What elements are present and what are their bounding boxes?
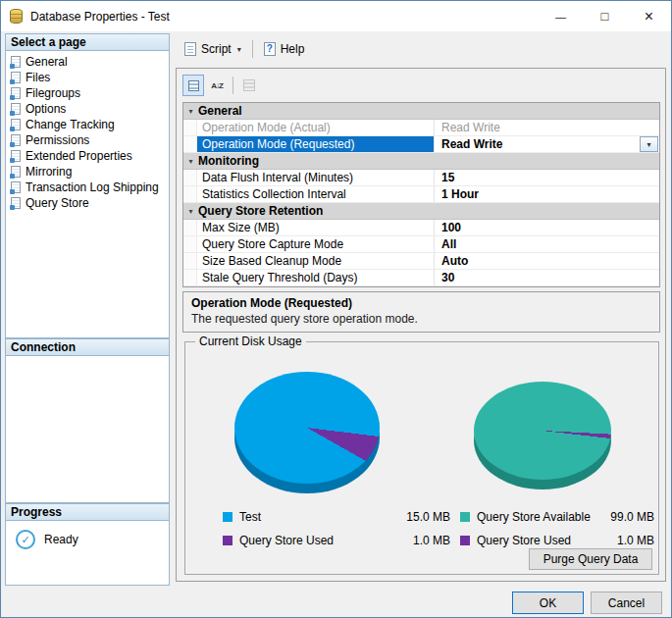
property-value[interactable]: 30: [435, 270, 659, 285]
property-value[interactable]: 1 Hour: [435, 186, 659, 202]
property-pages-button: [238, 75, 260, 96]
cancel-button[interactable]: Cancel: [591, 592, 662, 614]
progress-header: Progress: [6, 504, 169, 521]
script-dropdown-icon[interactable]: ▾: [236, 45, 241, 54]
property-value[interactable]: All: [435, 236, 659, 252]
legend-value: 15.0 MB: [406, 510, 450, 524]
collapse-icon[interactable]: ▾: [183, 157, 198, 166]
sidebar-item-mirroring[interactable]: Mirroring: [8, 164, 167, 180]
sidebar-item-query-store[interactable]: Query Store: [8, 195, 167, 211]
category-row-general[interactable]: ▾ General: [183, 103, 659, 120]
sidebar-item-label: Permissions: [26, 133, 89, 147]
ready-icon: ✓: [16, 530, 35, 549]
property-label[interactable]: Query Store Capture Mode: [197, 236, 435, 252]
page-icon: [11, 134, 21, 146]
collapse-icon[interactable]: ▾: [183, 107, 198, 116]
category-label: Query Store Retention: [198, 204, 323, 218]
row-gutter: [183, 220, 197, 235]
property-value[interactable]: 15: [435, 170, 659, 185]
minimize-button[interactable]: —: [539, 1, 583, 31]
property-value-editor[interactable]: Read Write ▾: [435, 136, 659, 152]
script-icon: [184, 42, 196, 56]
page-icon: [11, 119, 21, 130]
page-icon: [11, 87, 21, 99]
category-row-query-store-retention[interactable]: ▾ Query Store Retention: [183, 203, 659, 220]
sidebar-item-change-tracking[interactable]: Change Tracking: [8, 117, 167, 132]
sidebar-item-filegroups[interactable]: Filegroups: [8, 85, 167, 101]
sidebar-item-options[interactable]: Options: [8, 101, 167, 117]
row-gutter: [183, 120, 197, 135]
script-label: Script: [201, 42, 232, 56]
property-label: Operation Mode (Actual): [197, 120, 435, 135]
property-row-max-size[interactable]: Max Size (MB) 100: [183, 220, 659, 236]
page-icon: [11, 56, 21, 68]
toolbar-separator: [233, 77, 233, 94]
sidebar-item-label: Extended Properties: [26, 149, 132, 163]
property-label[interactable]: Max Size (MB): [197, 220, 435, 235]
description-text: The requested query store operation mode…: [191, 312, 651, 326]
legend-label: Query Store Available: [477, 510, 610, 524]
toolbar-separator: [252, 40, 253, 58]
property-row-operation-mode-requested[interactable]: Operation Mode (Requested) Read Write ▾: [183, 136, 659, 153]
property-label[interactable]: Size Based Cleanup Mode: [197, 253, 435, 269]
ok-button[interactable]: OK: [512, 592, 584, 614]
purge-query-data-button[interactable]: Purge Query Data: [529, 548, 652, 570]
property-value[interactable]: 100: [435, 220, 659, 235]
page-icon: [11, 72, 21, 83]
row-gutter: [183, 186, 197, 202]
property-value[interactable]: Auto: [435, 253, 659, 269]
window-title: Database Properties - Test: [30, 10, 170, 24]
property-label[interactable]: Operation Mode (Requested): [197, 136, 435, 152]
alphabetical-sort-button[interactable]: A↓Z: [206, 75, 228, 96]
database-properties-dialog: Database Properties - Test — □ × Select …: [0, 0, 672, 618]
help-button[interactable]: ? Help: [257, 37, 312, 61]
description-title: Operation Mode (Requested): [191, 296, 651, 310]
sidebar-item-permissions[interactable]: Permissions: [8, 132, 167, 148]
legend-item: Query Store Used 1.0 MB: [223, 533, 450, 548]
sidebar-item-label: Filegroups: [26, 86, 80, 100]
property-row-stale-query-threshold[interactable]: Stale Query Threshold (Days) 30: [183, 270, 659, 286]
sidebar-item-files[interactable]: Files: [8, 70, 167, 85]
dialog-toolbar: Script ▾ ? Help: [178, 36, 666, 62]
legend-item: Query Store Available 99.0 MB: [460, 509, 654, 525]
close-button[interactable]: ×: [627, 1, 671, 31]
group-title: Current Disk Usage: [195, 335, 306, 348]
sidebar-item-extended-properties[interactable]: Extended Properties: [8, 148, 167, 164]
sidebar-item-label: General: [26, 55, 68, 69]
property-label[interactable]: Stale Query Threshold (Days): [197, 270, 435, 285]
legend-label: Query Store Used: [239, 534, 413, 547]
help-label: Help: [281, 42, 305, 56]
database-usage-pie-chart: [234, 372, 380, 493]
script-button[interactable]: Script ▾: [178, 37, 248, 61]
property-row-size-based-cleanup-mode[interactable]: Size Based Cleanup Mode Auto: [183, 253, 659, 270]
combobox-dropdown-icon[interactable]: ▾: [640, 136, 658, 152]
titlebar[interactable]: Database Properties - Test — □ ×: [1, 1, 671, 31]
page-icon: [11, 181, 21, 193]
progress-status: Ready: [44, 533, 78, 546]
select-a-page-header: Select a page: [6, 34, 169, 51]
property-row-statistics-collection-interval[interactable]: Statistics Collection Interval 1 Hour: [183, 186, 659, 203]
property-row-query-store-capture-mode[interactable]: Query Store Capture Mode All: [183, 236, 659, 253]
sidebar-item-label: Transaction Log Shipping: [26, 180, 159, 194]
legend-swatch: [223, 512, 233, 522]
sidebar-item-general[interactable]: General: [8, 54, 167, 70]
property-row-operation-mode-actual: Operation Mode (Actual) Read Write: [183, 120, 659, 136]
connection-header: Connection: [6, 339, 169, 356]
connection-panel: Connection: [5, 338, 170, 503]
property-label[interactable]: Data Flush Interval (Minutes): [197, 170, 435, 185]
sidebar-item-transaction-log-shipping[interactable]: Transaction Log Shipping: [8, 180, 167, 195]
property-label[interactable]: Statistics Collection Interval: [197, 186, 435, 202]
sidebar-item-label: Files: [26, 71, 50, 84]
property-row-data-flush-interval[interactable]: Data Flush Interval (Minutes) 15: [183, 170, 659, 186]
sort-az-icon: A↓Z: [211, 81, 223, 90]
maximize-button[interactable]: □: [583, 1, 627, 31]
property-value: Read Write: [435, 120, 659, 135]
category-row-monitoring[interactable]: ▾ Monitoring: [183, 153, 659, 170]
category-label: General: [198, 104, 242, 118]
property-grid: ▾ General Operation Mode (Actual) Read W…: [182, 102, 660, 287]
sidebar-item-label: Change Tracking: [26, 118, 115, 131]
page-icon: [11, 150, 21, 162]
current-disk-usage-group: Current Disk Usage Test 15.0 MB Query St…: [184, 341, 659, 575]
categorized-button[interactable]: [182, 75, 204, 96]
collapse-icon[interactable]: ▾: [183, 207, 198, 216]
